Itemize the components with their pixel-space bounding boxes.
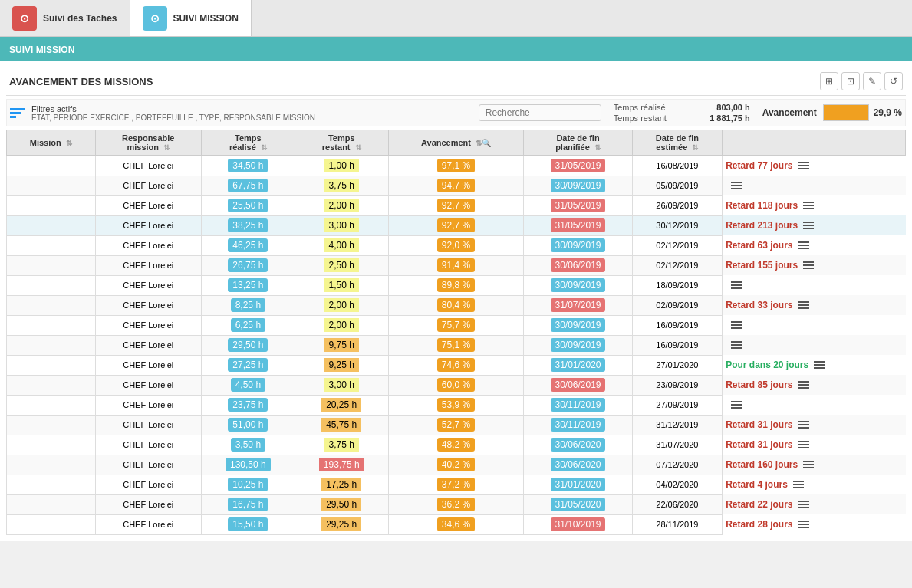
- row-menu-button[interactable]: [801, 198, 816, 213]
- row-menu-button[interactable]: [796, 377, 812, 393]
- row-menu-button[interactable]: [729, 397, 744, 412]
- cell-avancement: 80,4 %: [388, 295, 524, 315]
- cell-date-planifiee: 30/11/2019: [524, 415, 632, 435]
- cell-date-estimee: 16/08/2019: [632, 156, 723, 176]
- cell-date-planifiee: 30/09/2019: [524, 176, 632, 195]
- row-menu-button[interactable]: [796, 497, 812, 512]
- filter-icon[interactable]: [10, 108, 25, 118]
- cell-mission: [7, 176, 96, 195]
- cell-temps-restant: 45,75 h: [295, 415, 388, 435]
- temps-realise-value: 803,00 h: [696, 103, 750, 112]
- nav-tab-suivi-taches[interactable]: ⊙ Suivi des Taches: [0, 0, 130, 36]
- cell-avancement: 40,2 %: [388, 455, 524, 475]
- cell-responsable: CHEF Lorelei: [95, 315, 201, 335]
- cell-responsable: CHEF Lorelei: [95, 494, 201, 514]
- search-input[interactable]: [479, 104, 601, 121]
- row-menu-button[interactable]: [801, 218, 816, 233]
- cell-responsable: CHEF Lorelei: [95, 335, 201, 355]
- cell-temps-realise: 3,50 h: [201, 435, 295, 455]
- cell-temps-restant: 29,25 h: [295, 514, 388, 534]
- retard-label: Retard 33 jours: [726, 300, 792, 310]
- row-menu-button[interactable]: [796, 437, 812, 452]
- cell-temps-realise: 16,75 h: [201, 494, 295, 514]
- row-menu-button[interactable]: [729, 337, 744, 353]
- row-menu-button[interactable]: [791, 477, 806, 492]
- cell-responsable: CHEF Lorelei: [95, 295, 201, 315]
- cell-retard: Retard 22 jours: [723, 494, 905, 514]
- retard-label: Retard 118 jours: [726, 200, 798, 211]
- refresh-action-btn[interactable]: ↺: [884, 72, 903, 90]
- cell-date-estimee: 05/09/2019: [632, 176, 723, 195]
- th-temps-realise: Tempsréalisé ⇅: [201, 130, 295, 156]
- section-actions: ⊞ ⊡ ✎ ↺: [820, 72, 903, 90]
- stats-block: Temps réalisé 803,00 h Temps restant 1 8…: [614, 103, 750, 123]
- cell-avancement: 36,2 %: [388, 494, 524, 514]
- cell-date-planifiee: 30/09/2019: [524, 275, 632, 295]
- grid-action-btn[interactable]: ⊡: [841, 72, 860, 90]
- row-menu-button[interactable]: [796, 417, 812, 432]
- cell-retard: Retard 85 jours: [723, 375, 905, 395]
- cell-date-planifiee: 31/01/2020: [524, 355, 632, 375]
- th-actions: [723, 130, 906, 156]
- cell-temps-restant: 2,00 h: [295, 295, 388, 315]
- cell-retard: Retard 31 jours: [723, 435, 905, 455]
- row-menu-button[interactable]: [729, 278, 744, 293]
- cell-retard: Retard 4 jours: [723, 475, 905, 494]
- row-menu-button[interactable]: [796, 297, 812, 313]
- table-row: CHEF Lorelei15,50 h29,25 h34,6 %31/10/20…: [7, 514, 906, 534]
- cell-avancement: 52,7 %: [388, 415, 524, 435]
- filter-row: Filtres actifs ETAT, PERIODE EXERCICE , …: [6, 99, 906, 126]
- retard-label: Retard 31 jours: [726, 439, 792, 450]
- th-responsable: Responsablemission ⇅: [95, 130, 201, 156]
- row-menu-button[interactable]: [729, 178, 744, 193]
- cell-retard: Retard 31 jours: [723, 415, 905, 435]
- gauge-red-icon: ⊙: [12, 6, 37, 31]
- table-header-row: Mission ⇅ Responsablemission ⇅ Tempsréal…: [7, 130, 906, 156]
- stat-row-restant: Temps restant 1 881,75 h: [614, 113, 750, 123]
- row-menu-button[interactable]: [801, 457, 816, 472]
- cell-date-estimee: 26/09/2019: [632, 195, 723, 215]
- cell-date-planifiee: 31/10/2019: [524, 514, 632, 534]
- cell-date-planifiee: 31/05/2019: [524, 195, 632, 215]
- nav-tab-suivi-mission[interactable]: ⊙ SUIVI MISSION: [130, 0, 252, 36]
- retard-label: Retard 160 jours: [726, 459, 798, 470]
- row-menu-button[interactable]: [796, 517, 812, 532]
- row-menu-button[interactable]: [812, 357, 827, 373]
- row-menu-button[interactable]: [801, 258, 816, 273]
- filter-sublabel: ETAT, PERIODE EXERCICE , PORTEFEUILLE , …: [31, 113, 315, 122]
- cell-mission: [7, 156, 96, 176]
- cell-mission: [7, 415, 96, 435]
- cell-retard: Pour dans 20 jours: [723, 355, 905, 375]
- th-date-planifiee: Date de finplanifiée ⇅: [524, 130, 632, 156]
- row-menu-button[interactable]: [796, 238, 812, 253]
- row-menu-button[interactable]: [729, 317, 744, 333]
- cell-temps-realise: 67,75 h: [201, 176, 295, 195]
- cell-responsable: CHEF Lorelei: [95, 395, 201, 415]
- add-action-btn[interactable]: ⊞: [820, 72, 838, 90]
- table-row: CHEF Lorelei13,25 h1,50 h89,8 %30/09/201…: [7, 275, 906, 295]
- cell-mission: [7, 295, 96, 315]
- edit-action-btn[interactable]: ✎: [863, 72, 881, 90]
- th-mission: Mission ⇅: [7, 130, 96, 156]
- cell-temps-restant: 9,25 h: [295, 355, 388, 375]
- page-title: SUIVI MISSION: [9, 44, 74, 55]
- table-row: CHEF Lorelei16,75 h29,50 h36,2 %31/05/20…: [7, 494, 906, 514]
- retard-label: Retard 85 jours: [726, 379, 792, 390]
- cell-retard: Retard 155 jours: [723, 255, 905, 275]
- cell-date-planifiee: 30/06/2019: [524, 375, 632, 395]
- cell-retard: Retard 118 jours: [723, 195, 905, 215]
- retard-label: Retard 22 jours: [726, 499, 792, 510]
- top-nav: ⊙ Suivi des Taches ⊙ SUIVI MISSION: [0, 0, 912, 37]
- cell-temps-realise: 27,25 h: [201, 355, 295, 375]
- section-header: AVANCEMENT DES MISSIONS ⊞ ⊡ ✎ ↺: [6, 67, 906, 96]
- cell-responsable: CHEF Lorelei: [95, 275, 201, 295]
- retard-label: Retard 63 jours: [726, 240, 792, 251]
- cell-date-estimee: 27/01/2020: [632, 355, 723, 375]
- retard-label: Retard 155 jours: [726, 260, 798, 271]
- cell-temps-restant: 4,00 h: [295, 235, 388, 255]
- cell-retard: [723, 335, 905, 355]
- table-row: CHEF Lorelei10,25 h17,25 h37,2 %31/01/20…: [7, 475, 906, 494]
- temps-restant-label: Temps restant: [614, 113, 690, 123]
- row-menu-button[interactable]: [796, 158, 812, 173]
- nav-tab-mission-label: SUIVI MISSION: [173, 13, 239, 24]
